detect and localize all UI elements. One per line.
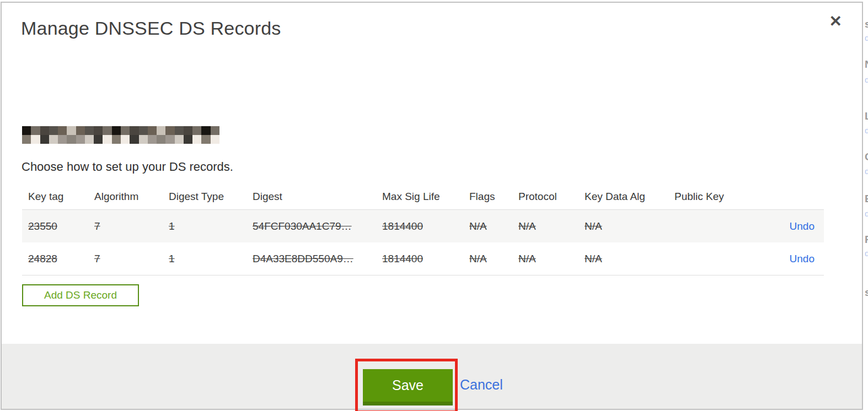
cell-digest-type: 1 xyxy=(169,253,253,265)
background-text-fragment: d xyxy=(865,209,868,218)
cell-algorithm: 7 xyxy=(94,220,169,232)
background-text-fragment: d xyxy=(865,248,868,258)
undo-link[interactable]: Undo xyxy=(790,220,815,232)
background-text-fragment: d xyxy=(865,75,868,84)
table-row: 24828 7 1 D4A33E8DD550A9… 1814400 N/A N/… xyxy=(22,242,824,275)
cell-max-sig-life: 1814400 xyxy=(382,220,469,232)
col-header-key-data-alg: Key Data Alg xyxy=(585,188,674,203)
background-text-fragment: d xyxy=(865,126,868,135)
cell-digest: D4A33E8DD550A9… xyxy=(253,253,382,265)
col-header-digest: Digest xyxy=(253,188,382,203)
cell-algorithm: 7 xyxy=(94,253,169,265)
subtitle-text: Choose how to set up your DS records. xyxy=(22,160,233,174)
cell-key-data-alg: N/A xyxy=(585,220,674,232)
background-text-fragment: L xyxy=(865,110,868,122)
cell-flags: N/A xyxy=(469,253,518,265)
add-ds-record-button[interactable]: Add DS Record xyxy=(22,284,139,306)
undo-link[interactable]: Undo xyxy=(790,253,815,264)
cell-flags: N/A xyxy=(469,220,518,232)
dnssec-modal: Manage DNSSEC DS Records ✕ Choose how to… xyxy=(1,2,863,410)
background-page-sliver: sdNdLdCdEdPds xyxy=(864,0,868,411)
cell-protocol: N/A xyxy=(518,220,585,232)
col-header-public-key: Public Key xyxy=(674,188,757,203)
cell-key-tag: 23550 xyxy=(28,220,94,232)
cell-protocol: N/A xyxy=(518,253,585,265)
background-text-fragment: d xyxy=(865,166,868,176)
background-text-fragment: P xyxy=(865,234,868,246)
cell-key-data-alg: N/A xyxy=(585,253,674,265)
col-header-digest-type: Digest Type xyxy=(169,188,253,203)
background-text-fragment: N xyxy=(865,58,868,71)
background-text-fragment: d xyxy=(865,33,868,42)
col-header-flags: Flags xyxy=(469,188,518,203)
close-icon[interactable]: ✕ xyxy=(829,14,842,29)
modal-footer: Save Cancel xyxy=(2,344,862,409)
page-title: Manage DNSSEC DS Records xyxy=(21,18,281,39)
background-text-fragment: C xyxy=(865,151,868,163)
save-button[interactable]: Save xyxy=(363,369,453,405)
cell-max-sig-life: 1814400 xyxy=(382,253,469,265)
ds-records-table: Key tag Algorithm Digest Type Digest Max… xyxy=(22,181,824,275)
table-header-row: Key tag Algorithm Digest Type Digest Max… xyxy=(22,181,824,209)
col-header-key-tag: Key tag xyxy=(28,188,94,203)
background-text-fragment: s xyxy=(865,18,868,30)
cell-key-tag: 24828 xyxy=(28,253,94,265)
cell-digest: 54FCF030AA1C79… xyxy=(253,220,382,232)
col-header-algorithm: Algorithm xyxy=(94,188,169,203)
col-header-max-sig-life: Max Sig Life xyxy=(382,188,469,203)
col-header-protocol: Protocol xyxy=(518,188,585,203)
background-text-fragment: E xyxy=(865,193,868,205)
cell-digest-type: 1 xyxy=(169,220,253,232)
redacted-domain-name xyxy=(22,126,219,144)
background-text-fragment: s xyxy=(865,286,868,299)
cancel-link[interactable]: Cancel xyxy=(460,377,503,393)
table-row: 23550 7 1 54FCF030AA1C79… 1814400 N/A N/… xyxy=(22,209,824,242)
